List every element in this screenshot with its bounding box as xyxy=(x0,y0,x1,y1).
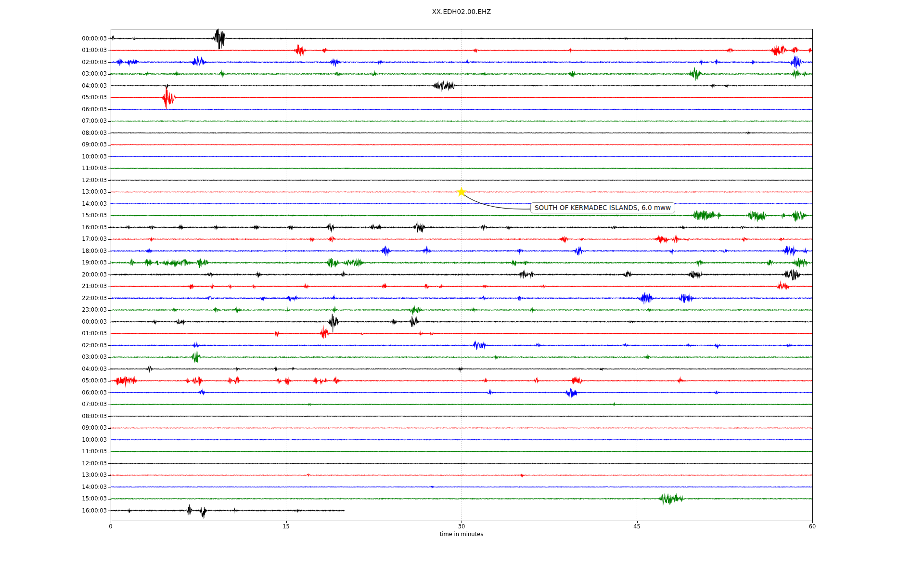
event-star-icon xyxy=(456,186,467,198)
y-tick-label: 11:00:03 xyxy=(48,448,107,455)
x-tick-label: 0 xyxy=(96,523,125,530)
y-tick-label: 02:00:03 xyxy=(48,342,107,349)
y-tick-label: 09:00:03 xyxy=(48,141,107,148)
y-tick-label: 10:00:03 xyxy=(48,153,107,160)
seismogram-figure: XX.EDH02.00.EHZ 00:00:0301:00:0302:00:03… xyxy=(0,0,924,578)
y-tick-label: 23:00:03 xyxy=(48,306,107,314)
y-tick-label: 01:00:03 xyxy=(48,330,107,337)
x-tick-label: 15 xyxy=(272,523,301,530)
y-tick-label: 06:00:03 xyxy=(48,389,107,396)
y-tick-label: 03:00:03 xyxy=(48,354,107,361)
x-tick-label: 30 xyxy=(447,523,476,530)
y-tick-label: 12:00:03 xyxy=(48,177,107,184)
y-tick-label: 07:00:03 xyxy=(48,118,107,125)
y-tick-label: 13:00:03 xyxy=(48,188,107,196)
y-tick-label: 03:00:03 xyxy=(48,70,107,78)
y-tick-label: 16:00:03 xyxy=(48,507,107,514)
y-tick-label: 20:00:03 xyxy=(48,271,107,278)
y-tick-label: 16:00:03 xyxy=(48,224,107,231)
seismogram-canvas xyxy=(0,0,924,578)
y-tick-label: 06:00:03 xyxy=(48,106,107,113)
y-tick-label: 07:00:03 xyxy=(48,401,107,408)
y-tick-label: 08:00:03 xyxy=(48,413,107,420)
y-tick-label: 13:00:03 xyxy=(48,472,107,479)
y-tick-label: 22:00:03 xyxy=(48,295,107,302)
y-tick-label: 01:00:03 xyxy=(48,47,107,54)
y-tick-label: 17:00:03 xyxy=(48,236,107,243)
y-tick-label: 15:00:03 xyxy=(48,212,107,219)
y-tick-label: 08:00:03 xyxy=(48,130,107,137)
y-tick-label: 04:00:03 xyxy=(48,366,107,373)
y-tick-label: 00:00:03 xyxy=(48,35,107,42)
x-tick-label: 60 xyxy=(798,523,827,530)
y-tick-label: 04:00:03 xyxy=(48,82,107,90)
y-tick-label: 11:00:03 xyxy=(48,165,107,172)
y-tick-label: 09:00:03 xyxy=(48,424,107,432)
y-tick-label: 02:00:03 xyxy=(48,59,107,66)
y-tick-label: 19:00:03 xyxy=(48,259,107,266)
y-tick-label: 12:00:03 xyxy=(48,460,107,467)
y-tick-label: 05:00:03 xyxy=(48,94,107,101)
y-tick-label: 00:00:03 xyxy=(48,318,107,326)
y-tick-label: 14:00:03 xyxy=(48,200,107,208)
plot-title: XX.EDH02.00.EHZ xyxy=(111,8,812,15)
y-tick-label: 14:00:03 xyxy=(48,484,107,491)
event-annotation: SOUTH OF KERMADEC ISLANDS, 6.0 mww xyxy=(530,202,675,213)
y-tick-label: 05:00:03 xyxy=(48,377,107,384)
y-tick-label: 21:00:03 xyxy=(48,283,107,290)
y-tick-label: 18:00:03 xyxy=(48,248,107,255)
x-axis-title: time in minutes xyxy=(111,531,812,538)
y-tick-label: 10:00:03 xyxy=(48,436,107,444)
y-tick-label: 15:00:03 xyxy=(48,495,107,502)
x-tick-label: 45 xyxy=(623,523,652,530)
